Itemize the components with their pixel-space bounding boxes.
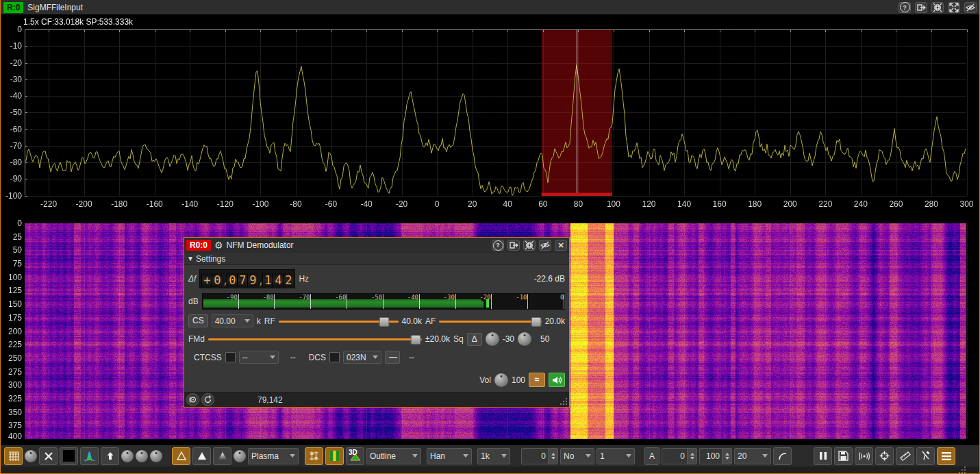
log-scale-button[interactable]: [773, 447, 792, 465]
dialog-shrink-button[interactable]: [523, 240, 536, 251]
calipers-button[interactable]: [916, 447, 935, 465]
meter-tick-label: -50: [371, 294, 382, 301]
dial-digit[interactable]: 2: [283, 273, 293, 287]
waterfall-share-select[interactable]: 20: [734, 448, 771, 464]
dial-digit[interactable]: 0: [212, 273, 222, 287]
gradient-knob[interactable]: [234, 450, 246, 462]
dcs-polarity-button[interactable]: —: [385, 351, 400, 364]
dialog-statusbar: 79,142: [184, 392, 569, 407]
trace-fill-button[interactable]: [192, 447, 211, 465]
autoscale-button[interactable]: A: [644, 447, 659, 465]
dial-digit[interactable]: 0: [227, 273, 237, 287]
fm-deviation-slider[interactable]: [208, 334, 422, 344]
gear-icon[interactable]: ⚙: [214, 240, 223, 250]
squelch-gate-knob[interactable]: [518, 332, 531, 346]
clear-spectrum-button[interactable]: [39, 447, 58, 465]
maximize-window-button[interactable]: [948, 2, 960, 13]
grid-button[interactable]: [4, 447, 23, 465]
freeze-button[interactable]: [814, 447, 832, 465]
main-titlebar[interactable]: R:0 SigMFFileInput ?: [1, 0, 979, 14]
histogram-color-swatch[interactable]: [80, 447, 99, 465]
dial-digit[interactable]: 4: [273, 273, 283, 287]
channel-spacing-button[interactable]: CS: [188, 314, 208, 327]
window-resize-grip[interactable]: [956, 466, 967, 474]
help-button[interactable]: ?: [899, 2, 911, 13]
trace-intensity-knob[interactable]: [136, 450, 148, 462]
waterfall-toggle-button[interactable]: [325, 447, 344, 465]
ref-level-spinbox[interactable]: 0: [662, 448, 697, 464]
crosshair-button[interactable]: [875, 447, 894, 465]
channel-spacing-select[interactable]: 40.00: [212, 314, 253, 327]
shift-marker-button[interactable]: [201, 393, 214, 406]
dial-separator: ,: [222, 275, 227, 287]
af-bandwidth-slider[interactable]: [439, 316, 541, 326]
slider-handle[interactable]: [410, 335, 420, 345]
squelch-knob[interactable]: [486, 332, 499, 346]
overlap-spinbox[interactable]: 0: [521, 448, 558, 464]
dialog-titlebar[interactable]: R0:0 ⚙ NFM Demodulator ? ✕: [184, 238, 569, 253]
fft-window-select[interactable]: Han: [427, 448, 472, 464]
chevron-down-icon: [270, 356, 275, 359]
pause-icon: [819, 451, 827, 460]
waterfall-direction-button[interactable]: [101, 447, 119, 465]
dialog-close-button[interactable]: ✕: [555, 240, 567, 251]
dial-digit[interactable]: 7: [237, 273, 247, 287]
meter-tick-label: -20: [479, 294, 490, 301]
save-button[interactable]: [834, 447, 853, 465]
rf-bandwidth-slider[interactable]: [279, 316, 399, 326]
max-hold-decay-knob[interactable]: [150, 450, 162, 462]
spectrum-display[interactable]: [1, 14, 980, 210]
ruler-button[interactable]: [896, 447, 914, 465]
menu-button[interactable]: [937, 447, 955, 465]
averaging-count-select[interactable]: 1: [596, 448, 635, 464]
dial-digit[interactable]: +: [201, 273, 212, 287]
ctcss-select[interactable]: --: [239, 351, 279, 364]
style-select[interactable]: Outline: [366, 448, 421, 464]
fft-size-select[interactable]: 1k: [477, 448, 510, 464]
audio-mute-button[interactable]: [549, 373, 565, 387]
markers-button[interactable]: [855, 447, 873, 465]
center-marker-button[interactable]: [186, 393, 199, 406]
dcs-select[interactable]: 023N: [343, 351, 381, 364]
trace-gradient-button[interactable]: [213, 447, 231, 465]
volume-label: Vol: [479, 375, 491, 385]
dial-digit[interactable]: 1: [262, 273, 273, 287]
volume-knob[interactable]: [494, 373, 508, 387]
delta-squelch-button[interactable]: Δ: [467, 333, 482, 346]
averaging-mode-select[interactable]: No: [560, 448, 594, 464]
dialog-help-button[interactable]: ?: [492, 240, 504, 251]
ctcss-checkbox[interactable]: [225, 352, 236, 362]
audio-filter-button[interactable]: ≈: [529, 373, 545, 387]
target-icon: [188, 395, 197, 404]
spin-arrows[interactable]: [687, 449, 696, 464]
frequency-dial[interactable]: +0,079,142: [199, 269, 295, 288]
shrink-window-button[interactable]: [931, 2, 944, 13]
rf-label: RF: [264, 316, 275, 326]
squelch-label: Sq: [453, 334, 464, 344]
histogram-stroke-knob[interactable]: [121, 450, 134, 462]
grid-intensity-knob[interactable]: [25, 450, 37, 462]
squelch-gate-value: 50: [540, 334, 549, 344]
three-d-button[interactable]: 3D: [346, 447, 364, 465]
fixed-levels-button[interactable]: [305, 447, 323, 465]
dcs-checkbox[interactable]: [329, 352, 340, 362]
dialog-move-button[interactable]: [507, 240, 520, 251]
chevron-down-icon: [244, 319, 250, 323]
move-to-workspace-button[interactable]: [915, 2, 927, 13]
dialog-hide-button[interactable]: [539, 240, 551, 251]
hide-window-button[interactable]: [964, 2, 977, 13]
slider-handle[interactable]: [379, 317, 389, 327]
dial-separator: ,: [257, 275, 262, 287]
waterfall-stripes-icon: [329, 450, 340, 462]
trace-outline-button[interactable]: [172, 447, 190, 465]
spin-arrows[interactable]: [548, 449, 557, 464]
background-color-swatch[interactable]: [60, 447, 78, 465]
slider-handle[interactable]: [531, 317, 542, 327]
spin-arrows[interactable]: [722, 449, 731, 464]
colormap-select[interactable]: Plasma: [248, 448, 299, 464]
dial-digit[interactable]: 9: [247, 273, 257, 287]
power-range-spinbox[interactable]: 100: [699, 448, 732, 464]
dialog-resize-grip[interactable]: [559, 397, 568, 406]
settings-rollup[interactable]: ▼ Settings: [184, 253, 569, 265]
meter-tick: [383, 294, 384, 309]
